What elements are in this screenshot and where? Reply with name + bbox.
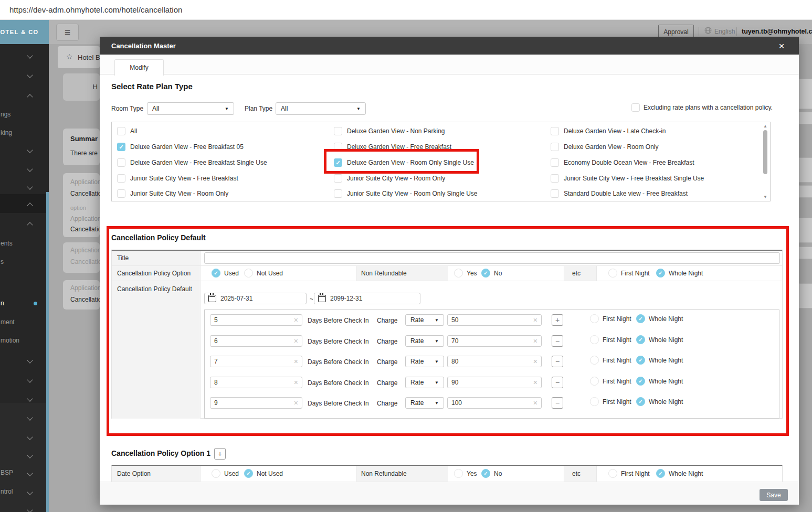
charge-value-input[interactable]: 50× bbox=[447, 314, 542, 326]
chevron-down-icon[interactable] bbox=[27, 52, 33, 58]
used-radio[interactable]: Used bbox=[212, 469, 239, 478]
radio[interactable] bbox=[608, 469, 617, 478]
plan-item[interactable]: Deluxe Garden View - Late Check-in bbox=[551, 127, 666, 135]
days-input[interactable]: 5× bbox=[210, 314, 302, 326]
first-night-radio[interactable]: First Night bbox=[590, 356, 631, 365]
radio-selected[interactable] bbox=[244, 469, 253, 478]
radio[interactable] bbox=[590, 377, 599, 386]
tab-modify[interactable]: Modify bbox=[114, 59, 164, 76]
checkbox[interactable] bbox=[334, 143, 342, 151]
radio[interactable] bbox=[454, 469, 463, 478]
charge-type-select[interactable]: Rate▼ bbox=[405, 377, 444, 388]
sidebar-item-active[interactable]: n bbox=[1, 300, 4, 307]
sidebar-item[interactable]: ents bbox=[1, 240, 13, 247]
chevron-down-icon[interactable] bbox=[27, 72, 33, 78]
clear-icon[interactable]: × bbox=[533, 316, 537, 324]
remove-row-button[interactable]: − bbox=[552, 377, 563, 388]
sidebar-item[interactable]: king bbox=[1, 129, 12, 136]
language-selector[interactable]: English bbox=[704, 26, 735, 37]
address-bar[interactable]: https://dev-adm.ohmyhotel.com/hotel/canc… bbox=[0, 0, 812, 20]
checkbox-checked[interactable] bbox=[117, 143, 125, 151]
chevron-down-icon[interactable] bbox=[27, 396, 33, 401]
plan-item[interactable]: Deluxe Garden View - Non Parking bbox=[334, 127, 445, 135]
hamburger-button[interactable]: ≡ bbox=[56, 24, 79, 41]
scroll-down-icon[interactable]: ▼ bbox=[763, 195, 767, 199]
plan-item[interactable]: Standard Double Lake view - Free Breakfa… bbox=[551, 189, 688, 198]
hotel-select-button[interactable]: H bbox=[63, 73, 100, 101]
yes-radio[interactable]: Yes bbox=[454, 269, 477, 278]
whole-night-radio[interactable]: Whole Night bbox=[636, 377, 683, 386]
plan-type-select[interactable]: All▼ bbox=[276, 102, 366, 115]
scrollbar-thumb[interactable] bbox=[763, 130, 767, 174]
radio[interactable] bbox=[454, 269, 463, 278]
used-radio[interactable]: Used bbox=[212, 269, 239, 278]
plan-item[interactable]: Deluxe Garden View - Room Only bbox=[551, 143, 659, 151]
checkbox[interactable] bbox=[551, 174, 559, 183]
chevron-down-icon[interactable] bbox=[27, 147, 33, 153]
radio-selected[interactable] bbox=[656, 269, 665, 278]
plan-item[interactable]: All bbox=[117, 127, 137, 135]
scroll-up-icon[interactable]: ▲ bbox=[763, 124, 767, 129]
checkbox[interactable] bbox=[334, 174, 342, 183]
radio-selected[interactable] bbox=[656, 469, 665, 478]
days-input[interactable]: 9× bbox=[210, 397, 302, 409]
plan-item[interactable]: Junior Suite City View - Room Only Singl… bbox=[334, 189, 478, 198]
clear-icon[interactable]: × bbox=[294, 399, 298, 407]
plan-item[interactable]: Deluxe Garden View - Free Breakfast 05 bbox=[117, 143, 244, 151]
chevron-down-icon[interactable] bbox=[27, 184, 33, 189]
radio[interactable] bbox=[608, 269, 617, 278]
charge-type-select[interactable]: Rate▼ bbox=[405, 335, 444, 347]
sidebar-scrollbar[interactable] bbox=[46, 192, 49, 512]
chevron-up-icon[interactable] bbox=[27, 94, 33, 100]
days-input[interactable]: 6× bbox=[210, 335, 302, 347]
first-night-radio[interactable]: First Night bbox=[590, 314, 631, 323]
close-icon[interactable]: × bbox=[776, 40, 787, 52]
radio-selected[interactable] bbox=[636, 314, 645, 323]
whole-night-radio[interactable]: Whole Night bbox=[636, 335, 683, 344]
checkbox[interactable] bbox=[117, 189, 125, 198]
days-input[interactable]: 7× bbox=[210, 356, 302, 367]
clear-icon[interactable]: × bbox=[294, 337, 298, 345]
radio-selected[interactable] bbox=[636, 356, 645, 365]
list-scrollbar[interactable]: ▲ ▼ bbox=[762, 123, 769, 200]
add-option-button[interactable]: + bbox=[214, 448, 226, 460]
chevron-down-icon[interactable] bbox=[27, 377, 33, 382]
whole-night-radio[interactable]: Whole Night bbox=[636, 356, 683, 365]
star-icon[interactable]: ☆ bbox=[66, 52, 73, 61]
checkbox[interactable] bbox=[117, 174, 125, 183]
whole-night-radio[interactable]: Whole Night bbox=[656, 269, 703, 278]
radio-selected[interactable] bbox=[636, 397, 645, 406]
plan-item[interactable]: Deluxe Garden View - Free Breakfast Sing… bbox=[117, 158, 267, 167]
clear-icon[interactable]: × bbox=[294, 316, 298, 324]
date-to-input[interactable]: 2099-12-31 bbox=[314, 293, 420, 304]
sidebar-item[interactable]: ntrol bbox=[1, 488, 13, 495]
room-type-select[interactable]: All▼ bbox=[147, 102, 234, 115]
charge-type-select[interactable]: Rate▼ bbox=[405, 356, 444, 367]
chevron-down-icon[interactable] bbox=[27, 166, 33, 172]
remove-row-button[interactable]: − bbox=[552, 356, 563, 367]
plan-item[interactable]: Junior Suite City View - Room Only bbox=[334, 174, 445, 183]
no-radio[interactable]: No bbox=[481, 269, 502, 278]
days-input[interactable]: 8× bbox=[210, 377, 302, 388]
remove-row-button[interactable]: − bbox=[552, 397, 563, 409]
clear-icon[interactable]: × bbox=[533, 337, 537, 345]
sidebar-item[interactable]: s bbox=[1, 258, 4, 265]
sidebar-item[interactable]: motion bbox=[1, 337, 19, 344]
plan-item-highlighted[interactable]: Deluxe Garden View - Room Only Single Us… bbox=[334, 158, 474, 167]
clear-icon[interactable]: × bbox=[533, 399, 537, 407]
charge-type-select[interactable]: Rate▼ bbox=[405, 397, 444, 409]
whole-night-radio[interactable]: Whole Night bbox=[656, 469, 703, 478]
checkbox[interactable] bbox=[117, 158, 125, 167]
sidebar-item[interactable]: ngs bbox=[1, 111, 10, 118]
plan-item[interactable]: Deluxe Garden View - Free Breakfast bbox=[334, 143, 451, 151]
charge-value-input[interactable]: 70× bbox=[447, 335, 542, 347]
not-used-radio[interactable]: Not Used bbox=[244, 469, 283, 478]
not-used-radio[interactable]: Not Used bbox=[244, 269, 283, 278]
chevron-down-icon[interactable] bbox=[27, 357, 33, 363]
plan-item[interactable]: Junior Suite City View - Free Breakfast bbox=[117, 174, 238, 183]
no-radio[interactable]: No bbox=[481, 469, 502, 478]
clear-icon[interactable]: × bbox=[294, 379, 298, 386]
plan-item[interactable]: Junior Suite City View - Free Breakfast … bbox=[551, 174, 704, 183]
radio-selected[interactable] bbox=[636, 377, 645, 386]
checkbox[interactable] bbox=[551, 158, 559, 167]
